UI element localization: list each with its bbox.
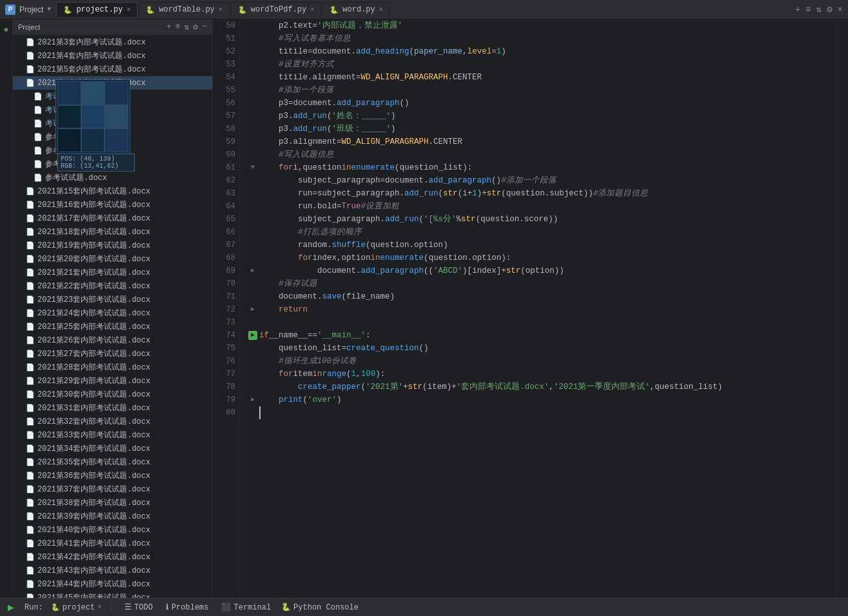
file-item-25[interactable]: 📄 2021第25套内部考试试题.docx: [13, 320, 212, 333]
file-item-33[interactable]: 📄 2021第33套内部考试试题.docx: [13, 428, 212, 442]
file-item-4[interactable]: 📄 2021第4套内部考试试题.docx: [13, 49, 212, 63]
sidebar-list-icon[interactable]: ≡: [175, 22, 181, 32]
file-item-40[interactable]: 📄 2021第40套内部考试试题.docx: [13, 523, 212, 537]
file-item-15[interactable]: 📄 2021第15套内部考试试题.docx: [13, 184, 212, 198]
file-item-36[interactable]: 📄 2021第36套内部考试试题.docx: [13, 469, 212, 482]
docx-icon: 📄: [34, 146, 43, 155]
docx-icon: 📄: [26, 444, 35, 453]
code-line-80: [246, 406, 836, 419]
sidebar-add-icon[interactable]: +: [166, 22, 172, 32]
file-item-22[interactable]: 📄 2021第22套内部考试试题.docx: [13, 279, 212, 293]
docx-icon: 📄: [26, 255, 35, 263]
color-cell: [81, 128, 105, 152]
docx-icon: 📄: [34, 174, 43, 182]
todo-button[interactable]: ☰ TODO: [122, 601, 155, 613]
sidebar-toolbar: + ≡ ⇅ ⚙ −: [166, 22, 207, 32]
sort-icon[interactable]: ⇅: [816, 4, 822, 15]
file-item-17[interactable]: 📄 2021第17套内部考试试题.docx: [13, 212, 212, 225]
file-item-37[interactable]: 📄 2021第37套内部考试试题.docx: [13, 482, 212, 496]
fold-arrow-69[interactable]: ▶: [251, 264, 255, 277]
fold-arrow-79[interactable]: ▶: [251, 393, 255, 406]
project-icon: P: [5, 5, 15, 15]
file-item-44[interactable]: 📄 2021第44套内部考试试题.docx: [13, 577, 212, 591]
code-editor[interactable]: p2.text = '内部试题，禁止泄露' #写入试卷基本信息 titile =…: [240, 19, 836, 598]
file-item-45[interactable]: 📄 2021第45套内部考试试题.docx: [13, 591, 212, 598]
sidebar-minus-icon[interactable]: −: [202, 22, 207, 32]
file-item-24[interactable]: 📄 2021第24套内部考试试题.docx: [13, 306, 212, 320]
file-name: 2021第4套内部考试试题.docx: [37, 50, 146, 61]
python-console-button[interactable]: 🐍 Python Console: [281, 602, 359, 612]
tab-wordtopdf-py[interactable]: 🐍 wordToPdf.py ×: [231, 2, 321, 17]
tab-close-word[interactable]: ×: [379, 6, 383, 14]
color-info: POS: (46, 139) RGB: (13,41,62): [57, 154, 135, 172]
file-item-32[interactable]: 📄 2021第32套内部考试试题.docx: [13, 415, 212, 428]
file-item-18[interactable]: 📄 2021第18套内部考试试题.docx: [13, 225, 212, 239]
file-name: 2021第30套内部考试试题.docx: [37, 389, 150, 400]
fold-arrow-61[interactable]: ▼: [251, 161, 255, 174]
tab-wordtable-py[interactable]: 🐍 wordTable.py ×: [139, 2, 229, 17]
file-item-38[interactable]: 📄 2021第38套内部考试试题.docx: [13, 496, 212, 510]
python-console-label: Python Console: [293, 603, 359, 612]
file-name: 2021第34套内部考试试题.docx: [37, 443, 150, 454]
color-rgb: RGB: (13,41,62): [61, 163, 132, 170]
dropdown-icon[interactable]: ▼: [47, 6, 51, 13]
run-project-label: project: [63, 603, 95, 612]
file-item-41[interactable]: 📄 2021第41套内部考试试题.docx: [13, 537, 212, 550]
docx-icon: 📄: [26, 282, 35, 290]
docx-icon: 📄: [26, 309, 35, 317]
file-item-31[interactable]: 📄 2021第31套内部考试试题.docx: [13, 401, 212, 415]
file-item-43[interactable]: 📄 2021第43套内部考试试题.docx: [13, 564, 212, 577]
list-icon[interactable]: ≡: [805, 5, 811, 15]
code-line-59: p3.alignment = WD_ALIGN_PARAGRAPH.CENTER: [246, 135, 836, 148]
file-item-29[interactable]: 📄 2021第29套内部考试试题.docx: [13, 374, 212, 388]
docx-icon: 📄: [26, 458, 35, 466]
file-item-39[interactable]: 📄 2021第39套内部考试试题.docx: [13, 510, 212, 523]
code-line-78: create_papper('2021第'+str(item)+'套内部考试试题…: [246, 381, 836, 393]
code-line-72: ▶ return: [246, 303, 836, 316]
code-line-60: #写入试题信息: [246, 148, 836, 161]
file-name: 2021第3套内部考试试题.docx: [37, 37, 146, 48]
docx-icon: 📄: [26, 553, 35, 561]
todo-icon: ☰: [124, 602, 132, 612]
run-tab[interactable]: 🐍 project ×: [51, 603, 101, 612]
file-item-35[interactable]: 📄 2021第35套内部考试试题.docx: [13, 455, 212, 469]
file-item-42[interactable]: 📄 2021第42套内部考试试题.docx: [13, 550, 212, 564]
color-cell: [81, 81, 105, 105]
file-item-5[interactable]: 📄 2021第5套内部考试试题.docx: [13, 63, 212, 76]
file-name: 2021第40套内部考试试题.docx: [37, 524, 150, 535]
file-item-27[interactable]: 📄 2021第27套内部考试试题.docx: [13, 347, 212, 361]
add-icon[interactable]: +: [795, 5, 800, 15]
problems-button[interactable]: ℹ Problems: [163, 601, 212, 613]
run-tab-close[interactable]: ×: [97, 604, 101, 611]
file-item-26[interactable]: 📄 2021第26套内部考试试题.docx: [13, 333, 212, 347]
tab-word-py[interactable]: 🐍 word.py ×: [322, 2, 389, 17]
docx-icon: 📄: [26, 404, 35, 412]
close-icon[interactable]: ×: [838, 5, 843, 15]
tab-close-wordtable[interactable]: ×: [219, 6, 222, 14]
file-item-21[interactable]: 📄 2021第21套内部考试试题.docx: [13, 266, 212, 279]
terminal-button[interactable]: ⬛ Terminal: [219, 601, 273, 613]
sidebar-arrows-icon[interactable]: ⇅: [184, 22, 190, 32]
sidebar-gear-icon[interactable]: ⚙: [193, 22, 198, 32]
file-item-3[interactable]: 📄 2021第3套内部考试试题.docx: [13, 35, 212, 49]
file-item-16[interactable]: 📄 2021第16套内部考试试题.docx: [13, 198, 212, 212]
left-strip: ●: [0, 19, 13, 598]
gutter-74: ▶: [246, 331, 259, 340]
run-button[interactable]: ▶: [5, 601, 17, 613]
tab-close-wordtopdf[interactable]: ×: [310, 6, 314, 14]
settings-icon[interactable]: ⚙: [827, 4, 832, 15]
file-item-sub7[interactable]: 📄 参考试试题.docx: [13, 171, 212, 184]
file-item-19[interactable]: 📄 2021第19套内部考试试题.docx: [13, 239, 212, 252]
docx-icon: 📄: [26, 472, 35, 480]
file-item-28[interactable]: 📄 2021第28套内部考试试题.docx: [13, 361, 212, 374]
file-item-20[interactable]: 📄 2021第20套内部考试试题.docx: [13, 252, 212, 266]
py-icon: 🐍: [63, 6, 72, 14]
file-item-34[interactable]: 📄 2021第34套内部考试试题.docx: [13, 442, 212, 455]
tab-project-py[interactable]: 🐍 project.py ×: [56, 2, 137, 17]
file-item-30[interactable]: 📄 2021第30套内部考试试题.docx: [13, 388, 212, 401]
file-item-23[interactable]: 📄 2021第23套内部考试试题.docx: [13, 293, 212, 306]
fold-arrow-72[interactable]: ▶: [251, 303, 255, 316]
sidebar-title-left: Project: [18, 23, 40, 31]
file-name: 2021第45套内部考试试题.docx: [37, 592, 150, 598]
tab-close-project[interactable]: ×: [126, 6, 130, 14]
